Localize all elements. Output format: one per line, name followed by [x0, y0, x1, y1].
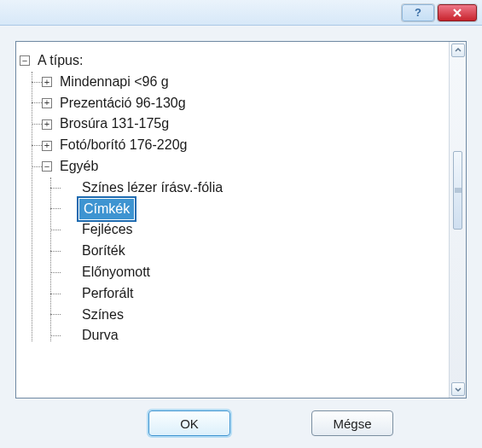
tree-root[interactable]: − A típus: + Mindennapi <96 g + [25, 50, 444, 346]
chevron-up-icon [455, 47, 462, 54]
close-button[interactable] [438, 4, 477, 21]
chevron-down-icon [455, 386, 462, 393]
tree-item[interactable]: + Fotó/borító 176-220g [44, 135, 444, 156]
tree-leaf[interactable]: Fejléces [62, 219, 444, 241]
expand-icon[interactable]: + [42, 141, 52, 151]
tree-leaf[interactable]: Boríték [62, 241, 444, 262]
scroll-down-button[interactable] [451, 382, 465, 396]
expand-icon[interactable]: + [42, 98, 52, 108]
collapse-icon[interactable]: − [20, 55, 30, 66]
scroll-thumb[interactable] [453, 151, 462, 230]
type-tree[interactable]: − A típus: + Mindennapi <96 g + [25, 50, 444, 346]
tree-item[interactable]: + Mindennapi <96 g [44, 72, 444, 93]
ok-button-label: OK [180, 416, 199, 431]
tree-item-label: Mindennapi <96 g [57, 72, 171, 93]
scroll-up-button[interactable] [451, 44, 465, 57]
tree-leaf[interactable]: Előnyomott [62, 262, 444, 283]
tree-leaf-label: Színes lézer írásv.-fólia [79, 177, 225, 199]
tree-item-label: Egyéb [57, 156, 101, 177]
tree-item-egyeb[interactable]: − Egyéb Színes lézer írásv.-fólia [44, 156, 444, 346]
tree-leaf-selected[interactable]: Címkék [62, 199, 444, 220]
tree-leaf-label: Boríték [79, 241, 128, 262]
tree-leaf-label: Előnyomott [79, 262, 153, 283]
scroll-track[interactable] [451, 57, 464, 382]
tree-leaf-label: Színes [79, 305, 126, 326]
dialog-client: − A típus: + Mindennapi <96 g + [0, 26, 482, 448]
cancel-button[interactable]: Mégse [311, 410, 393, 436]
tree-item-label: Brosúra 131-175g [57, 113, 171, 135]
close-icon [452, 8, 462, 18]
tree-leaf[interactable]: Színes [62, 305, 444, 326]
help-icon: ? [415, 6, 421, 19]
tree-item-label: Prezentáció 96-130g [57, 93, 189, 114]
tree-leaf[interactable]: Színes lézer írásv.-fólia [62, 177, 444, 199]
expand-icon[interactable]: + [42, 119, 52, 130]
tree-item[interactable]: + Brosúra 131-175g [44, 113, 444, 135]
tree-panel: − A típus: + Mindennapi <96 g + [15, 41, 467, 399]
tree-leaf[interactable]: Perforált [62, 283, 444, 305]
cancel-button-label: Mégse [333, 416, 371, 431]
tree-leaf-label: Fejléces [79, 219, 136, 241]
tree-leaf-label: Címkék [79, 199, 134, 220]
tree-leaf-label: Durva [79, 325, 121, 346]
tree-leaf-label: Perforált [79, 283, 136, 305]
help-button[interactable]: ? [402, 4, 434, 21]
ok-button[interactable]: OK [148, 410, 230, 436]
tree-root-label: A típus: [35, 50, 85, 72]
expand-icon[interactable]: + [42, 77, 52, 87]
titlebar: ? [0, 0, 482, 26]
collapse-icon[interactable]: − [42, 161, 52, 172]
tree-item-label: Fotó/borító 176-220g [57, 135, 189, 156]
tree-item[interactable]: + Prezentáció 96-130g [44, 93, 444, 114]
tree-viewport: − A típus: + Mindennapi <96 g + [16, 42, 449, 398]
vertical-scrollbar[interactable] [449, 42, 466, 398]
button-row: OK Mégse [75, 399, 467, 436]
tree-leaf[interactable]: Durva [62, 325, 444, 346]
